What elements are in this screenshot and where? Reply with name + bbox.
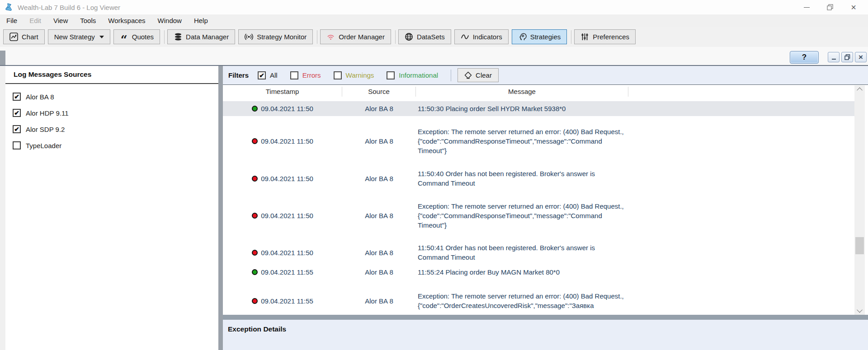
checkbox-icon (334, 71, 342, 79)
status-dot (252, 176, 258, 182)
close-icon: × (851, 3, 856, 12)
child-restore-button[interactable] (841, 52, 853, 62)
filter-bar: Filters All Errors Warnings Informationa… (223, 66, 868, 85)
log-sources-panel: Log Messages Sources Alor BA 8 Alor HDP … (5, 66, 218, 350)
filter-checkbox-informational[interactable]: Informational (387, 71, 438, 79)
menu-view[interactable]: View (53, 17, 68, 24)
data-manager-button[interactable]: Data Manager (167, 29, 235, 44)
horizontal-splitter[interactable] (223, 315, 868, 320)
checkbox-icon (13, 109, 21, 117)
broadcast-icon (245, 33, 253, 41)
filters-label: Filters (228, 71, 249, 79)
restore-icon (827, 4, 834, 11)
toolbar: Chart New Strategy “ Quotes Data Manager… (0, 27, 868, 47)
window-minimize-button[interactable] (795, 0, 818, 14)
source-checkbox-typeloader[interactable]: TypeLoader (13, 137, 218, 154)
status-dot (252, 213, 258, 219)
table-row[interactable]: 09.04.2021 11:50 Alor BA 8 Exception: Th… (223, 191, 854, 240)
wealth-lab-window: Wealth-Lab 7 Build 6 - Log Viewer × File… (0, 0, 868, 350)
clear-button[interactable]: Clear (458, 68, 499, 82)
source-checkbox-alor-sdp[interactable]: Alor SDP 9.2 (13, 121, 218, 137)
table-row[interactable]: 09.04.2021 11:55 Alor BA 8 Exception: Th… (223, 280, 854, 315)
exception-details-panel: Exception Details (223, 320, 868, 350)
title-bar: Wealth-Lab 7 Build 6 - Log Viewer × (0, 0, 868, 14)
column-header-source[interactable]: Source (342, 87, 416, 97)
wifi-icon (326, 33, 335, 41)
checkbox-icon (387, 71, 395, 79)
child-close-button[interactable]: × (855, 52, 867, 62)
table-row[interactable]: 09.04.2021 11:50 Alor BA 8 11:50:41 Orde… (223, 240, 854, 265)
chart-icon (9, 33, 18, 41)
source-checkbox-alor-hdp[interactable]: Alor HDP 9.11 (13, 105, 218, 121)
filter-checkbox-warnings[interactable]: Warnings (334, 71, 374, 79)
log-messages-pane: Filters All Errors Warnings Informationa… (223, 66, 868, 350)
quotes-icon: “ (120, 33, 128, 41)
checkbox-icon (290, 71, 298, 79)
help-button[interactable]: ? (790, 51, 819, 64)
scroll-up-arrow[interactable] (854, 85, 865, 94)
scrollbar-thumb[interactable] (855, 237, 864, 254)
menu-edit[interactable]: Edit (29, 17, 41, 24)
vertical-splitter[interactable] (218, 66, 223, 350)
column-header-timestamp[interactable]: Timestamp (223, 87, 342, 97)
close-icon: × (859, 54, 863, 61)
table-header: Timestamp Source Message (223, 85, 854, 98)
preferences-button[interactable]: Preferences (574, 29, 636, 44)
menu-bar: File Edit View Tools Workspaces Window H… (0, 14, 868, 27)
table-row[interactable]: 09.04.2021 11:50 Alor BA 8 Exception: Th… (223, 116, 854, 166)
menu-tools[interactable]: Tools (80, 17, 96, 24)
strategies-button[interactable]: Strategies (512, 29, 567, 44)
vertical-scrollbar[interactable] (854, 85, 865, 315)
indicators-button[interactable]: Indicators (454, 29, 509, 44)
window-title: Wealth-Lab 7 Build 6 - Log Viewer (18, 4, 120, 11)
sources-list: Alor BA 8 Alor HDP 9.11 Alor SDP 9.2 Typ… (5, 84, 218, 154)
wealth-lab-logo-icon (4, 3, 13, 12)
globe-icon (405, 33, 413, 41)
menu-file[interactable]: File (6, 17, 17, 24)
column-header-message[interactable]: Message (416, 87, 628, 97)
status-dot (252, 138, 258, 144)
table-row[interactable]: 09.04.2021 11:50 Alor BA 8 11:50:30 Plac… (223, 101, 854, 116)
log-table: Timestamp Source Message 09.04.2021 11:5… (223, 85, 854, 315)
minimize-icon (832, 59, 836, 60)
checkbox-icon (13, 141, 21, 149)
quotes-button[interactable]: “ Quotes (113, 29, 160, 44)
log-viewer-header-row: ? × (0, 47, 868, 65)
source-checkbox-alor-ba[interactable]: Alor BA 8 (13, 89, 218, 105)
table-row[interactable]: 09.04.2021 11:55 Alor BA 8 11:55:24 Plac… (223, 265, 854, 280)
window-close-button[interactable]: × (842, 0, 865, 14)
scroll-down-arrow[interactable] (854, 306, 865, 315)
checkbox-icon (13, 125, 21, 133)
database-icon (174, 33, 182, 41)
window-restore-button[interactable] (818, 0, 842, 14)
restore-icon (844, 54, 850, 60)
exception-details-title: Exception Details (223, 320, 868, 333)
menu-help[interactable]: Help (194, 17, 208, 24)
toolbar-separator (317, 30, 317, 44)
minimize-icon (804, 7, 810, 8)
menu-workspaces[interactable]: Workspaces (108, 17, 145, 24)
chart-button[interactable]: Chart (3, 29, 45, 44)
child-minimize-button[interactable] (828, 52, 840, 62)
log-viewer-content: Log Messages Sources Alor BA 8 Alor HDP … (0, 65, 868, 350)
toolbar-separator (164, 30, 165, 44)
sources-panel-title: Log Messages Sources (5, 66, 218, 84)
table-row[interactable]: 09.04.2021 11:50 Alor BA 8 11:50:40 Orde… (223, 166, 854, 191)
toolbar-separator (395, 30, 396, 44)
toolbar-separator (571, 30, 571, 44)
dropdown-caret-icon (99, 36, 104, 38)
checkbox-icon (13, 93, 21, 101)
filter-separator (451, 70, 451, 81)
order-manager-button[interactable]: Order Manager (320, 29, 391, 44)
strategy-monitor-button[interactable]: Strategy Monitor (238, 29, 313, 44)
new-strategy-button[interactable]: New Strategy (48, 29, 110, 44)
eraser-icon (464, 71, 472, 79)
head-icon (518, 33, 527, 41)
table-body: 09.04.2021 11:50 Alor BA 8 11:50:30 Plac… (223, 98, 854, 315)
filter-checkbox-all[interactable]: All (258, 71, 278, 79)
datasets-button[interactable]: DataSets (398, 29, 451, 44)
column-header-empty (628, 87, 854, 97)
wave-icon (461, 33, 469, 41)
filter-checkbox-errors[interactable]: Errors (290, 71, 321, 79)
menu-window[interactable]: Window (158, 17, 182, 24)
